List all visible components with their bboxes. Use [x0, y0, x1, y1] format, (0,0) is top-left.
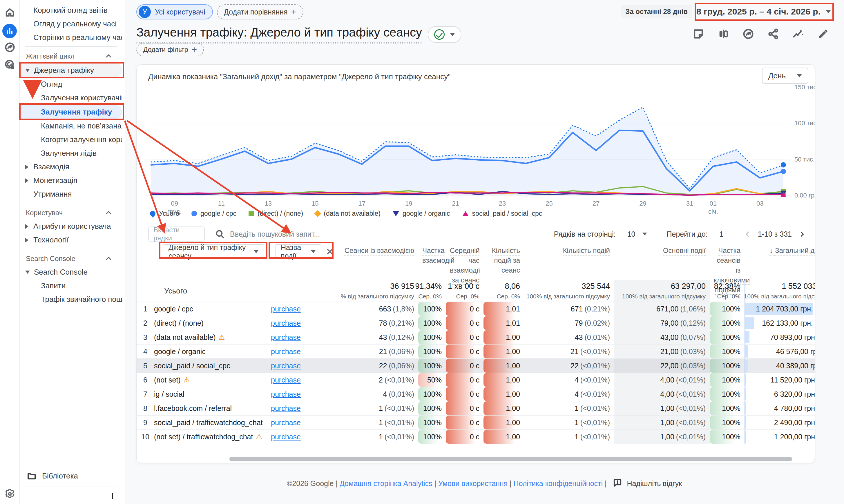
- date-range-picker[interactable]: За останні 28 днів 8 груд. 2025 р. – 4 с…: [621, 5, 831, 18]
- table-row[interactable]: 3(data not available)⚠purchase43(0,12%)1…: [137, 330, 815, 344]
- revenue-cell: 1 204 703,00 грн. (77,: [744, 302, 815, 316]
- legend-item[interactable]: (direct) / (none): [249, 210, 303, 217]
- legend-item[interactable]: google / cpc: [192, 210, 236, 217]
- explore-icon[interactable]: [4, 41, 16, 53]
- metric-cell: 4(0,01%): [331, 387, 418, 401]
- nav-overview[interactable]: Огляд: [20, 77, 122, 91]
- table-row[interactable]: 1google / cpcpurchase663(1,8%)100%0 с1,0…: [137, 302, 815, 316]
- reports-icon[interactable]: [2, 24, 17, 38]
- table-row[interactable]: 5social_paid / social_cpcpurchase22(0,06…: [137, 359, 815, 373]
- granularity-select[interactable]: День: [762, 68, 808, 84]
- rows-per-page-select[interactable]: 10: [627, 230, 635, 238]
- nav-lead-acquisition[interactable]: Залучення лідів: [20, 146, 122, 160]
- event-link[interactable]: purchase: [271, 362, 301, 370]
- table-search[interactable]: Введіть пошуковий запит...: [215, 227, 320, 241]
- event-link[interactable]: purchase: [271, 319, 301, 327]
- table-row[interactable]: 4google / organicpurchase21(0,06%)100%0 …: [137, 344, 815, 359]
- table-row[interactable]: 10(not set) / trafficwatchdog_chat⚠purch…: [137, 430, 815, 444]
- nav-retention[interactable]: Утримання: [20, 187, 122, 201]
- svg-text:21: 21: [452, 200, 459, 207]
- nav-cohorts[interactable]: Когорти залучення корис...: [20, 133, 122, 146]
- event-link[interactable]: purchase: [271, 347, 301, 356]
- chevron-down-icon: [643, 233, 647, 235]
- legend-item[interactable]: Усього: [150, 210, 179, 217]
- nav-queries[interactable]: Запити: [20, 279, 122, 293]
- table-row[interactable]: 6(not set)⚠purchase2(<0,01%)50%0 с1,004(…: [137, 373, 815, 387]
- nest-rows-button[interactable]: Вкласти рядки: [148, 227, 205, 241]
- next-page-icon[interactable]: [798, 231, 804, 237]
- pagination: Рядків на сторінці: 10 Перейти до: 1 1-1…: [554, 227, 807, 241]
- event-link[interactable]: purchase: [271, 418, 301, 427]
- nav-realtime-pages[interactable]: Сторінки в реальному часі: [20, 31, 122, 44]
- expanded-arrow-icon: [25, 271, 30, 274]
- col-header[interactable]: Сеанси із взаємодією: [331, 246, 418, 255]
- prev-page-icon[interactable]: [746, 231, 751, 237]
- nav-organic-search-traffic[interactable]: Трафік звичайного пошук...: [20, 293, 122, 306]
- add-comparison-button[interactable]: Додати порівняння+: [217, 4, 303, 19]
- all-users-chip[interactable]: У Усі користувачі: [136, 4, 213, 19]
- footer-link-analytics-home[interactable]: Домашня сторінка Analytics: [340, 479, 432, 487]
- edit-icon[interactable]: [817, 28, 829, 40]
- collapse-nav-button[interactable]: [112, 493, 113, 498]
- nav-library[interactable]: Бібліотека: [20, 469, 122, 483]
- legend-item[interactable]: (data not available): [315, 210, 380, 217]
- event-link[interactable]: purchase: [271, 404, 301, 413]
- home-icon[interactable]: [4, 6, 16, 19]
- row-number: 7: [137, 390, 154, 398]
- event-link[interactable]: purchase: [271, 376, 301, 384]
- legend-item[interactable]: social_paid / social_cpc: [462, 210, 542, 217]
- remove-dimension-icon[interactable]: ✕: [326, 246, 334, 257]
- nav-traffic-sources[interactable]: Джерела трафіку: [20, 63, 122, 77]
- nav-user-acquisition[interactable]: Залучення користувачів: [20, 91, 122, 105]
- col-header[interactable]: Частка взаємодій: [418, 246, 446, 265]
- col-header[interactable]: Середній час взаємодії за сеанс: [446, 246, 484, 285]
- advertising-icon[interactable]: [4, 58, 16, 71]
- primary-dimension-select[interactable]: Джерело й тип трафіку сеансу: [163, 244, 264, 259]
- nav-engagement[interactable]: Взаємодія: [20, 160, 122, 174]
- footer-link-privacy[interactable]: Політика конфіденційності: [513, 479, 603, 487]
- revenue-data-bar: [746, 431, 746, 443]
- metric-cell: 1,00: [484, 330, 524, 344]
- section-lifecycle[interactable]: Життєвий цикл: [20, 49, 122, 63]
- add-filter-button[interactable]: Додати фільтр+: [136, 43, 204, 56]
- secondary-dimension-select[interactable]: Назва події: [275, 244, 321, 259]
- footer-link-terms[interactable]: Умови використання: [438, 479, 507, 487]
- section-user[interactable]: Користувач: [20, 206, 122, 219]
- event-link[interactable]: purchase: [271, 305, 301, 313]
- table-row[interactable]: 2(direct) / (none)purchase78(0,21%)100%0…: [137, 316, 815, 330]
- col-header[interactable]: Кількість подій за сеанс: [484, 246, 524, 275]
- svg-text:09: 09: [171, 200, 178, 207]
- nav-campaign[interactable]: Кампанія, не пов’язана з ...: [20, 119, 122, 133]
- table-row[interactable]: 8l.facebook.com / referralpurchase1(<0,0…: [137, 401, 815, 416]
- feedback-label[interactable]: Надішліть відгук: [627, 479, 682, 487]
- nav-user-attributes[interactable]: Атрибути користувача: [20, 219, 122, 233]
- event-link[interactable]: purchase: [271, 390, 301, 398]
- sparkline-insights-icon[interactable]: [792, 28, 805, 40]
- report-verified-badge[interactable]: [428, 26, 462, 43]
- col-header[interactable]: Кількість подій: [524, 246, 614, 255]
- metric-cell: 100%: [710, 330, 744, 344]
- event-link[interactable]: purchase: [271, 333, 301, 342]
- section-search-console[interactable]: Search Console: [20, 252, 122, 265]
- col-header-sorted[interactable]: ↓ Загальний дохід: [744, 246, 815, 255]
- metric-cell: 100%: [418, 359, 446, 373]
- legend-item[interactable]: google / organic: [393, 210, 450, 217]
- nav-realtime-overview[interactable]: Огляд у реальному часі: [20, 17, 122, 31]
- notes-icon[interactable]: [692, 28, 705, 40]
- col-header[interactable]: Основні події: [614, 246, 710, 255]
- goto-page-input[interactable]: 1: [719, 230, 723, 238]
- horizontal-scrollbar[interactable]: [229, 457, 792, 461]
- insights-icon[interactable]: [742, 28, 755, 40]
- table-row[interactable]: 9social_paid / trafficwatchdog_chatpurch…: [137, 416, 815, 430]
- nav-tech[interactable]: Технології: [20, 233, 122, 247]
- event-link[interactable]: purchase: [271, 433, 301, 441]
- nav-monetization[interactable]: Монетизація: [20, 174, 122, 187]
- share-icon[interactable]: [767, 28, 779, 40]
- settings-gear-icon[interactable]: [4, 488, 16, 500]
- nav-reports-snapshot[interactable]: Короткий огляд звітів: [20, 3, 122, 17]
- nav-traffic-acquisition[interactable]: Залучення трафіку: [20, 105, 122, 119]
- nav-search-console[interactable]: Search Console: [20, 265, 122, 279]
- ab-compare-icon[interactable]: [717, 28, 730, 40]
- svg-text:150 тис.грн.: 150 тис.грн.: [794, 84, 815, 91]
- table-row[interactable]: 7ig / socialpurchase4(0,01%)100%0 с1,004…: [137, 387, 815, 401]
